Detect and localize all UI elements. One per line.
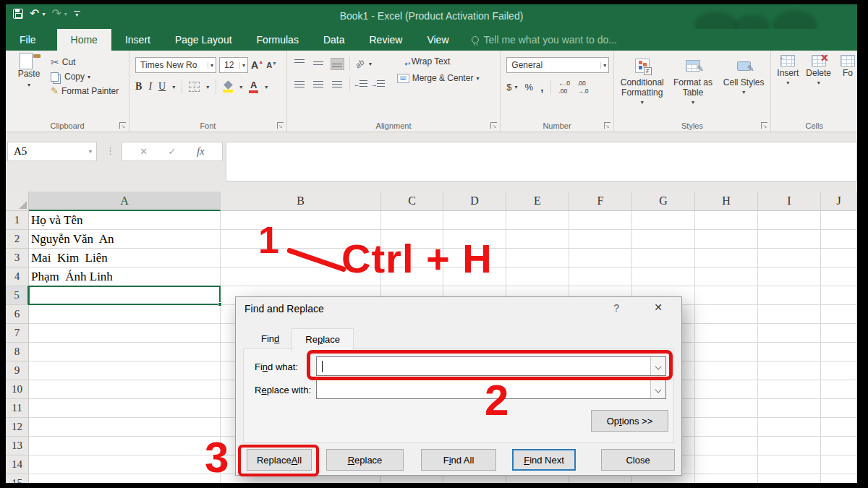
row-header-3[interactable]: 3 — [6, 249, 29, 267]
find-next-button[interactable]: Find Next — [512, 449, 576, 471]
align-middle-button[interactable] — [312, 58, 326, 70]
font-dialog-launcher-icon[interactable]: ↘ — [277, 122, 284, 129]
find-all-button[interactable]: Find All — [421, 449, 496, 471]
dialog-tab-find[interactable]: Find — [249, 328, 292, 351]
name-box[interactable]: A5▾ — [7, 142, 97, 161]
styles-dialog-launcher-icon[interactable]: ↘ — [761, 122, 767, 129]
font-color-icon[interactable]: A — [249, 81, 258, 93]
format-as-table-button[interactable]: ✎ Format as Table ▾ — [669, 55, 717, 119]
row-header-9[interactable]: 9 — [6, 361, 29, 380]
align-center-button[interactable] — [312, 78, 326, 90]
row-header-1[interactable]: 1 — [6, 211, 29, 230]
tab-formulas[interactable]: Formulas — [246, 29, 310, 51]
column-header-E[interactable]: E — [506, 192, 569, 211]
conditional-formatting-button[interactable]: ≠ Conditional Formatting ▾ — [618, 55, 666, 119]
merge-center-button[interactable]: ↔ Merge & Center ▾ — [397, 73, 480, 83]
fill-handle[interactable] — [218, 302, 222, 307]
shrink-font-button[interactable]: A▼ — [266, 61, 277, 69]
align-bottom-button[interactable] — [331, 58, 344, 70]
insert-cells-button[interactable]: ← Insert ▾ — [777, 55, 799, 119]
row-header-4[interactable]: 4 — [6, 267, 29, 286]
borders-icon[interactable] — [189, 82, 200, 92]
row-header-7[interactable]: 7 — [6, 324, 29, 343]
decrease-indent-icon[interactable]: ← — [355, 80, 367, 87]
formula-input[interactable] — [226, 142, 857, 181]
format-cells-button[interactable]: Fo — [838, 55, 857, 119]
number-dialog-launcher-icon[interactable]: ↘ — [604, 122, 610, 129]
select-all-corner[interactable] — [6, 192, 29, 211]
tab-insert[interactable]: Insert — [114, 29, 161, 51]
cell-A4[interactable]: Phạm Ánh Linh — [31, 267, 219, 286]
bold-button[interactable]: B — [135, 81, 142, 93]
row-header-15[interactable]: 15 — [6, 474, 29, 483]
format-painter-button[interactable]: ✎Format Painter — [51, 86, 119, 96]
align-top-button[interactable] — [293, 58, 307, 70]
copy-button[interactable]: Copy▾ — [51, 72, 119, 82]
paste-button[interactable]: Paste▾ — [12, 56, 46, 89]
alignment-dialog-launcher-icon[interactable]: ↘ — [490, 122, 497, 129]
orientation-icon[interactable]: ab — [353, 57, 365, 69]
percent-style-button[interactable]: % — [525, 82, 534, 93]
underline-dropdown-icon[interactable]: ▾ — [172, 84, 175, 90]
column-header-G[interactable]: G — [632, 192, 695, 211]
underline-button[interactable]: U — [158, 81, 166, 93]
row-header-6[interactable]: 6 — [6, 305, 29, 324]
delete-cells-button[interactable]: ✕ Delete ▾ — [806, 55, 831, 119]
cancel-entry-icon[interactable]: ✕ — [140, 146, 148, 157]
row-header-13[interactable]: 13 — [6, 437, 29, 455]
column-header-A[interactable]: A — [29, 192, 221, 211]
row-header-8[interactable]: 8 — [6, 343, 29, 361]
font-size-combo[interactable]: 12▾ — [219, 57, 248, 73]
clipboard-dialog-launcher-icon[interactable]: ↘ — [119, 122, 126, 129]
font-name-combo[interactable]: Times New Ro▾ — [135, 57, 216, 73]
align-right-button[interactable] — [331, 78, 344, 90]
dialog-close-icon[interactable]: ✕ — [654, 301, 663, 313]
row-header-12[interactable]: 12 — [6, 418, 29, 437]
row-header-2[interactable]: 2 — [6, 230, 29, 249]
close-button[interactable]: Close — [601, 449, 675, 471]
column-header-H[interactable]: H — [695, 192, 758, 211]
fill-color-icon[interactable] — [223, 82, 233, 93]
dialog-title[interactable]: Find and Replace — [244, 297, 324, 320]
tab-page-layout[interactable]: Page Layout — [164, 29, 243, 51]
accounting-format-button[interactable]: $▾ — [506, 82, 517, 93]
cell-styles-button[interactable]: ✎ Cell Styles ▾ — [720, 55, 767, 119]
replace-button[interactable]: Replace — [326, 449, 404, 471]
dialog-help-icon[interactable]: ? — [613, 302, 619, 314]
tab-data[interactable]: Data — [312, 29, 356, 51]
column-header-B[interactable]: B — [221, 192, 381, 211]
tab-view[interactable]: View — [416, 29, 459, 51]
column-header-F[interactable]: F — [569, 192, 632, 211]
dialog-tab-replace[interactable]: Replace — [292, 328, 354, 351]
italic-button[interactable]: I — [148, 81, 152, 93]
enter-entry-icon[interactable]: ✓ — [169, 146, 176, 157]
tab-file[interactable]: File — [9, 29, 47, 51]
cut-button[interactable]: ✂Cut — [51, 57, 119, 67]
row-header-10[interactable]: 10 — [6, 380, 29, 399]
column-header-D[interactable]: D — [443, 192, 506, 211]
options-button[interactable]: Options >> — [591, 410, 668, 432]
insert-function-icon[interactable]: fx — [197, 145, 205, 158]
grow-font-button[interactable]: A▲ — [251, 59, 263, 71]
cell-A3[interactable]: Mai Kim Liên — [31, 249, 219, 267]
number-format-combo[interactable]: General▾ — [506, 57, 609, 73]
wrap-text-button[interactable]: ↩ Wrap Text — [397, 56, 480, 67]
column-header-C[interactable]: C — [381, 192, 443, 211]
cell-A2[interactable]: Nguyễn Văn An — [31, 230, 219, 249]
row-header-11[interactable]: 11 — [6, 399, 29, 418]
cell-A1[interactable]: Họ và Tên — [31, 211, 219, 230]
comma-style-button[interactable]: , — [540, 81, 543, 93]
decrease-decimal-button[interactable]: .00→.0 — [577, 80, 589, 95]
selected-cell-outline[interactable] — [28, 286, 221, 305]
align-left-button[interactable] — [293, 78, 307, 90]
column-header-J[interactable]: J — [821, 192, 857, 211]
tab-home[interactable]: Home — [57, 29, 111, 51]
replace-with-dropdown-icon[interactable] — [650, 380, 665, 398]
tell-me-box[interactable]: Tell me what you want to do... — [472, 29, 617, 51]
row-header-14[interactable]: 14 — [6, 455, 29, 474]
increase-decimal-button[interactable]: ←.0.00 — [558, 80, 570, 95]
formula-bar-splitter[interactable]: ⋮ — [106, 145, 115, 156]
column-header-I[interactable]: I — [758, 192, 821, 211]
row-header-5[interactable]: 5 — [6, 286, 29, 305]
tab-review[interactable]: Review — [359, 29, 414, 51]
